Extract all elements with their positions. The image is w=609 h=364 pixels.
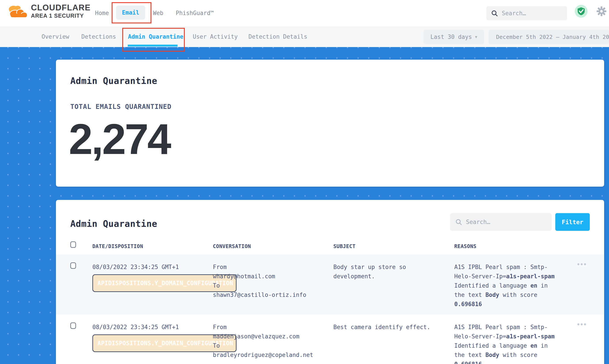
to-label: To <box>213 341 333 350</box>
settings-gear-icon[interactable] <box>596 6 607 16</box>
date-range-value: December 5th 2022 — January 4th 2023 <box>496 34 609 40</box>
reason-line-1: A1S IPBL Pearl spam : Smtp-Helo-Server-I… <box>454 262 556 281</box>
reason-line-1: A1S IPBL Pearl spam : Smtp-Helo-Server-I… <box>454 323 556 341</box>
tab-user-activity[interactable]: User Activity <box>193 33 238 40</box>
period-selector-label: Last 30 days <box>430 34 472 40</box>
nav-item-web[interactable]: Web <box>153 10 163 16</box>
brand-name: CLOUDFLARE <box>31 3 91 12</box>
metric-value: 2,274 <box>69 117 170 161</box>
column-header-subject: SUBJECT <box>333 240 454 249</box>
shield-check-icon <box>577 7 585 15</box>
row-subject: Best camera identify effect. <box>333 323 444 332</box>
row-reasons: A1S IPBL Pearl spam : Smtp-Helo-Server-I… <box>454 262 556 309</box>
quarantine-table-card: Admin Quarantine Filter DATE/DISPOSITION… <box>56 200 604 364</box>
quarantine-card-title: Admin Quarantine <box>70 219 157 229</box>
nav-item-email[interactable]: Email <box>116 6 145 20</box>
summary-card-title: Admin Quarantine <box>70 76 157 86</box>
date-range-field[interactable]: December 5th 2022 — January 4th 2023 <box>488 30 609 44</box>
to-label: To <box>213 281 333 290</box>
table-row[interactable]: 08/03/2022 23:34:25 GMT+1 APIDISPOSITION… <box>56 314 604 364</box>
row-date: 08/03/2022 23:34:25 GMT+1 <box>92 262 213 272</box>
brand-subtitle: AREA 1 SECURITY <box>31 12 91 19</box>
active-tab-underline <box>128 45 177 47</box>
row-subject: Body star up store so development. <box>333 262 444 281</box>
column-header-date: DATE/DISPOSITION <box>92 240 213 249</box>
tab-detections[interactable]: Detections <box>81 33 116 40</box>
table-header-row: DATE/DISPOSITION CONVERSATION SUBJECT RE… <box>56 240 604 249</box>
top-bar: CLOUDFLARE AREA 1 SECURITY Home Email We… <box>0 0 609 27</box>
tab-overview[interactable]: Overview <box>41 33 69 40</box>
email-section-nav: Overview Detections Admin Quarantine Use… <box>0 27 609 47</box>
row-checkbox[interactable] <box>70 262 76 269</box>
from-address: maddenjason@velazquez.com <box>213 332 333 341</box>
to-address: shawn37@castillo-ortiz.info <box>213 290 333 299</box>
app-window: CLOUDFLARE AREA 1 SECURITY Home Email We… <box>0 0 609 364</box>
row-checkbox[interactable] <box>70 323 76 329</box>
reason-line-2: Identified a language en in the text Bod… <box>454 281 556 309</box>
search-icon <box>491 10 498 17</box>
nav-item-phishguard[interactable]: PhishGuard™ <box>176 10 214 16</box>
chevron-down-icon: ▼ <box>475 35 477 39</box>
summary-card: Admin Quarantine TOTAL EMAILS QUARANTINE… <box>56 60 604 187</box>
global-search-input[interactable] <box>501 10 562 17</box>
tab-admin-quarantine[interactable]: Admin Quarantine <box>128 33 183 40</box>
search-icon <box>455 219 462 225</box>
from-address: whardy@hotmail.com <box>213 272 333 281</box>
from-label: From <box>213 323 333 332</box>
filter-button[interactable]: Filter <box>555 213 590 231</box>
cloudflare-cloud-icon <box>6 3 28 19</box>
main-content: Admin Quarantine TOTAL EMAILS QUARANTINE… <box>0 47 609 364</box>
global-search[interactable] <box>486 6 567 20</box>
row-date: 08/03/2022 23:34:25 GMT+1 <box>92 323 213 332</box>
period-selector[interactable]: Last 30 days ▼ <box>423 30 484 44</box>
table-row[interactable]: 08/03/2022 23:34:25 GMT+1 APIDISPOSITION… <box>56 254 604 314</box>
select-all-checkbox[interactable] <box>70 241 76 248</box>
column-header-reasons: REASONS <box>454 240 570 249</box>
tab-detection-details[interactable]: Detection Details <box>248 33 307 40</box>
column-header-conversation: CONVERSATION <box>213 240 333 249</box>
row-more-actions-icon[interactable] <box>577 263 587 265</box>
to-address: bradleyrodriguez@copeland.net <box>213 350 333 360</box>
table-search-input[interactable] <box>466 219 539 225</box>
row-reasons: A1S IPBL Pearl spam : Smtp-Helo-Server-I… <box>454 323 556 364</box>
table-search[interactable] <box>450 213 552 231</box>
security-status-badge[interactable] <box>575 5 588 18</box>
from-label: From <box>213 262 333 272</box>
brand-logo[interactable]: CLOUDFLARE AREA 1 SECURITY <box>6 3 91 19</box>
metric-label: TOTAL EMAILS QUARANTINED <box>70 103 171 110</box>
nav-item-home[interactable]: Home <box>95 10 109 16</box>
reason-line-2: Identified a language en in the text Bod… <box>454 341 556 364</box>
row-more-actions-icon[interactable] <box>577 323 587 325</box>
